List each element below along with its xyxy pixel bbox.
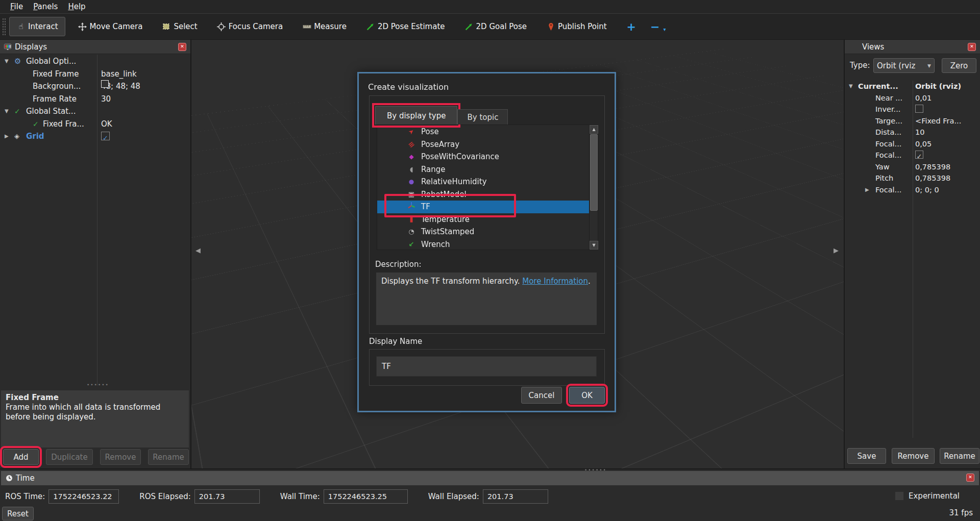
reset-button[interactable]: Reset (2, 507, 34, 520)
scrollbar-thumb[interactable] (590, 134, 598, 211)
menu-help[interactable]: Help (63, 2, 90, 11)
display-type-twiststamped[interactable]: ◔TwistStamped (377, 226, 589, 238)
displays-column-divider[interactable] (97, 55, 97, 386)
ros-time-value[interactable]: 1752246523.22 (48, 489, 119, 504)
description-text: Displays the TF transform hierarchy. (381, 277, 522, 286)
zero-button[interactable]: Zero (942, 58, 976, 73)
views-buttons: SaveRemoveRename (845, 448, 980, 464)
row-label: Inver... (875, 104, 900, 115)
displays-panel-title: Displays (12, 42, 47, 52)
tool-move-camera[interactable]: Move Camera (71, 17, 150, 36)
tab-by-display-type[interactable]: By display type (375, 106, 457, 125)
row-label: Global Opti... (26, 55, 76, 68)
experimental-checkbox[interactable] (895, 491, 904, 501)
displays-panel-icon (4, 43, 12, 51)
time-close-icon[interactable]: ✕ (966, 474, 974, 482)
view-type-combobox[interactable]: Orbit (rviz ▼ (873, 58, 935, 73)
views-save-button[interactable]: Save (847, 448, 886, 464)
collapse-left-icon[interactable]: ◀ (195, 246, 201, 254)
experimental-option[interactable]: Experimental (895, 491, 960, 501)
display-row-global-stat[interactable]: ▼✓Global Stat... (0, 105, 190, 118)
view-type-value: Orbit (rviz (877, 61, 915, 70)
scroll-down-icon[interactable]: ▼ (590, 241, 598, 250)
display-row-fixed-fra[interactable]: ✓Fixed Fra...OK (0, 118, 190, 131)
menu-file[interactable]: File (5, 2, 28, 11)
display-type-range[interactable]: ◖Range (377, 163, 589, 176)
wall-time-label: Wall Time: (280, 492, 320, 501)
time-panel-title: Time (13, 474, 35, 483)
tool-measure[interactable]: Measure (296, 17, 353, 36)
tab-by-topic[interactable]: By topic (457, 109, 508, 125)
display-type-relativehumidity[interactable]: ●RelativeHumidity (377, 176, 589, 188)
wall-elapsed-value[interactable]: 201.73 (483, 489, 548, 504)
row-value: base_link (101, 68, 137, 81)
color-swatch[interactable] (101, 80, 109, 88)
display-name-input[interactable]: TF (376, 356, 597, 377)
display-type-posearray[interactable]: ≡PoseArray (377, 138, 589, 151)
temperature-icon: ▮ (406, 213, 417, 226)
tool-label: Select (174, 22, 197, 31)
display-type-tf[interactable]: TF (377, 201, 589, 213)
chevron-down-icon[interactable]: ▼ (849, 81, 853, 92)
row-label: Focal... (875, 184, 901, 196)
row-value: <Fixed Fra... (915, 115, 961, 127)
row-label: Global Stat... (26, 105, 76, 118)
remove-button[interactable]: Remove (100, 449, 141, 465)
row-checkbox[interactable] (915, 105, 923, 113)
row-checkbox[interactable]: ✓ (101, 132, 110, 140)
menu-panels[interactable]: Panels (28, 2, 63, 11)
tool-2d-goal-pose[interactable]: 2D Goal Pose (458, 17, 534, 36)
list-scrollbar[interactable]: ▲ ▼ (589, 125, 598, 250)
chevron-right-icon[interactable]: ▶ (865, 184, 869, 196)
fps-counter: 31 fps (949, 508, 973, 517)
display-row-grid[interactable]: ▶◈Grid✓ (0, 130, 190, 143)
chevron-down-icon[interactable]: ▼ (5, 55, 9, 68)
views-remove-button[interactable]: Remove (892, 448, 935, 464)
chevron-down-icon[interactable]: ▼ (5, 105, 9, 118)
tool-focus-camera[interactable]: Focus Camera (210, 17, 289, 36)
ok-button[interactable]: OK (569, 387, 605, 404)
scroll-up-icon[interactable]: ▲ (590, 125, 598, 134)
tool-publish-point[interactable]: Publish Point (540, 17, 613, 36)
display-row-backgroun[interactable]: Backgroun...48; 48; 48 (0, 80, 190, 93)
display-type-pose[interactable]: ➤Pose (377, 126, 589, 138)
row-checkbox[interactable]: ✓ (915, 151, 923, 159)
displays-close-icon[interactable]: ✕ (178, 43, 186, 51)
cancel-button[interactable]: Cancel (521, 387, 562, 404)
display-type-temperature[interactable]: ▮Temperature (377, 213, 589, 226)
display-row-fixed-frame[interactable]: Fixed Framebase_link (0, 68, 190, 81)
displays-splitter-handle[interactable]: •••••• (87, 382, 109, 387)
wall-time-value[interactable]: 1752246523.25 (324, 489, 408, 504)
remove-tool-button[interactable]: −▾ (643, 20, 667, 33)
display-row-global-opti[interactable]: ▼⚙Global Opti... (0, 55, 190, 68)
rename-button[interactable]: Rename (148, 449, 189, 465)
tool-interact[interactable]: ☝Interact (9, 17, 65, 36)
row-label: Backgroun... (33, 80, 81, 93)
row-value: 10 (915, 127, 924, 138)
row-label: Grid (26, 130, 44, 143)
row-label: Fixed Fra... (43, 118, 84, 131)
add-tool-button[interactable]: + (620, 20, 643, 33)
3d-viewport[interactable]: ◀ ▶ Create visualization By display type… (191, 40, 844, 468)
display-type-wrench[interactable]: ↙Wrench (377, 238, 589, 251)
display-type-posewithcovariance[interactable]: ◆PoseWithCovariance (377, 151, 589, 163)
rviz-window: FilePanelsHelp ☝InteractMove CameraSelec… (0, 0, 980, 521)
ros-elapsed-value[interactable]: 201.73 (194, 489, 260, 504)
row-label: Targe... (875, 115, 902, 127)
duplicate-button[interactable]: Duplicate (46, 449, 93, 465)
row-value: 0,785398 (915, 161, 950, 173)
create-visualization-dialog: Create visualization By display type By … (357, 72, 616, 412)
tool-select[interactable]: Select (155, 17, 204, 36)
views-column-divider[interactable] (913, 81, 913, 438)
chevron-right-icon[interactable]: ▶ (5, 130, 9, 143)
views-close-icon[interactable]: ✕ (968, 43, 976, 51)
views-rename-button[interactable]: Rename (940, 448, 979, 464)
tool-2d-pose-estimate[interactable]: 2D Pose Estimate (359, 17, 452, 36)
more-information-link[interactable]: More Information (522, 277, 588, 286)
toolbar-drag-handle[interactable] (2, 18, 6, 35)
add-button[interactable]: Add (3, 449, 39, 465)
collapse-right-icon[interactable]: ▶ (834, 246, 839, 254)
display-row-frame-rate[interactable]: Frame Rate30 (0, 93, 190, 106)
display-type-robotmodel[interactable]: ▣RobotModel (377, 188, 589, 201)
tool-label: Interact (28, 22, 58, 31)
